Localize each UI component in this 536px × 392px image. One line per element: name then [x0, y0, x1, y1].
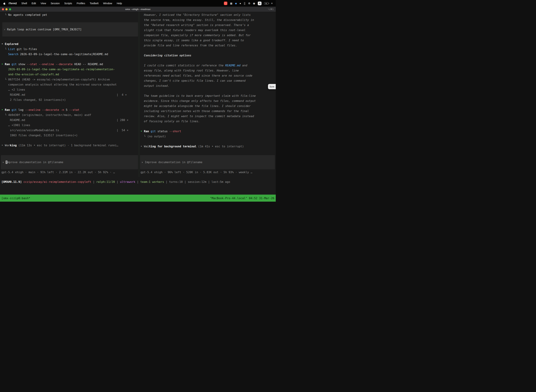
- window-title-bar[interactable]: omx --xhigh --madmax ⌥⌘1: [0, 7, 276, 12]
- dots-grid-icon[interactable]: ⣿: [244, 2, 245, 5]
- apple-logo-icon: [3, 2, 6, 5]
- menu-bar: iTerm2ShellEditViewSessionScriptsProfile…: [0, 0, 276, 7]
- screen-edge-tooltip[interactable]: Scre: [268, 84, 276, 89]
- menu-profiles[interactable]: Profiles: [74, 2, 87, 5]
- window-title: omx --xhigh --madmax: [0, 8, 276, 10]
- menu-help[interactable]: Help: [115, 2, 124, 5]
- reasoning-heading: Considering citation options: [140, 53, 276, 58]
- close-button[interactable]: [2, 8, 4, 10]
- input-source-icon[interactable]: A: [258, 2, 262, 5]
- battery-icon[interactable]: 61: [264, 2, 268, 5]
- git-log-block: • Ran git log --oneline --decorate -n 5 …: [1, 107, 139, 138]
- omx-status-bar: [OMX#0.11.9] cczip/essay/ai-reimplementa…: [0, 177, 276, 184]
- left-pane-scrollback: └ No agents completed yet › Ralph loop a…: [0, 12, 139, 155]
- grid-icon[interactable]: ▦: [230, 2, 232, 5]
- tmux-host-and-time: "MacBook-Pro-44.local" 04:52 31-Mar-26: [210, 196, 274, 200]
- explored-block: • Explored └ List git ls-files Search 20…: [1, 42, 139, 57]
- menu-toolbelt[interactable]: Toolbelt: [87, 2, 101, 5]
- tmux-status-bar: [omx-cczip0:bash* "MacBook-Pro-44.local"…: [0, 195, 276, 202]
- shield-icon[interactable]: ◆: [235, 2, 237, 5]
- screen: iTerm2ShellEditViewSessionScriptsProfile…: [0, 0, 276, 202]
- tmux-session-window[interactable]: [omx-cczip0:bash*: [1, 196, 30, 200]
- gear-icon[interactable]: ⚙: [248, 2, 250, 5]
- target-icon[interactable]: ◉: [253, 2, 255, 5]
- reasoning-paragraph-3: The team guideline is to back every impo…: [140, 93, 276, 124]
- working-status-line: • Working (11m 13s • esc to interrupt) ·…: [1, 143, 139, 148]
- git-status-block: • Ran git status --short └ (no output): [140, 129, 276, 139]
- circle-app-icon[interactable]: ●: [239, 2, 241, 5]
- menu-session[interactable]: Session: [48, 2, 62, 5]
- menu-bar-status-icons: ▦◆●⣿⚙◉A61≡: [224, 2, 273, 5]
- model-status-left: gpt-5.4 xhigh · main · 91% left · 2.31M …: [0, 169, 139, 177]
- menu-edit[interactable]: Edit: [29, 2, 38, 5]
- git-show-block: • Ran git show --stat --oneline --decora…: [1, 62, 139, 103]
- right-pane-scrollback: However, I noticed the "Directory Struct…: [139, 12, 276, 155]
- waiting-status-line: • Waiting for background terminal (1m 41…: [140, 144, 276, 149]
- window-shortcut-badge: ⌥⌘1: [268, 8, 276, 10]
- left-pane[interactable]: └ No agents completed yet › Ralph loop a…: [0, 12, 139, 177]
- app-menus: iTerm2ShellEditViewSessionScriptsProfile…: [6, 2, 124, 5]
- right-pane[interactable]: However, I noticed the "Directory Struct…: [139, 12, 276, 177]
- ralph-loop-banner: › Ralph loop active continue [OMX_TMUX_I…: [2, 22, 138, 37]
- tmux-panes: └ No agents completed yet › Ralph loop a…: [0, 12, 276, 177]
- prompt-input-left[interactable]: › Improve documentation in @filename: [1, 155, 138, 169]
- zoom-button[interactable]: [9, 8, 11, 10]
- menu-scripts[interactable]: Scripts: [62, 2, 74, 5]
- agents-status-line: └ No agents completed yet: [1, 12, 139, 17]
- menu-view[interactable]: View: [38, 2, 48, 5]
- screen-recording-icon[interactable]: [224, 2, 227, 5]
- menu-extras-icon[interactable]: ≡: [271, 2, 273, 5]
- terminal: └ No agents completed yet › Ralph loop a…: [0, 12, 276, 195]
- model-status-right: gpt-5.4 xhigh · 96% left · 520K in · 5.8…: [139, 169, 276, 177]
- apple-menu[interactable]: [3, 2, 6, 5]
- traffic-lights: [0, 8, 11, 10]
- prompt-input-right[interactable]: › Improve documentation in @filename: [140, 155, 275, 169]
- menu-iterm2[interactable]: iTerm2: [6, 2, 19, 5]
- minimize-button[interactable]: [5, 8, 8, 10]
- reasoning-paragraph-2: I could cite commit statistics or refere…: [140, 63, 276, 88]
- menu-shell[interactable]: Shell: [19, 2, 29, 5]
- reasoning-paragraph-1: However, I noticed the "Directory Struct…: [140, 12, 276, 48]
- menu-window[interactable]: Window: [101, 2, 115, 5]
